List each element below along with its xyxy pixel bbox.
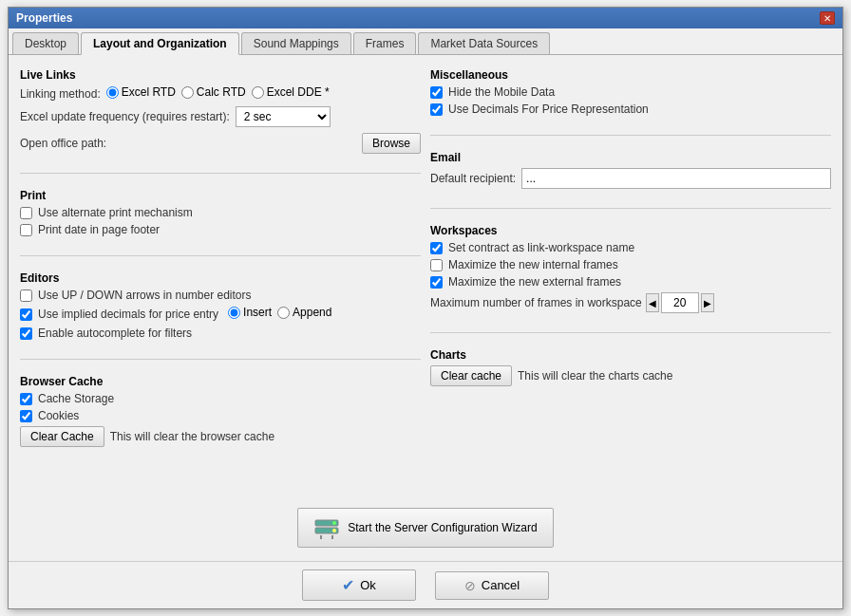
- max-frames-decrement[interactable]: ◀: [646, 293, 659, 312]
- use-decimals-checkbox[interactable]: [430, 103, 443, 116]
- charts-title: Charts: [430, 348, 831, 362]
- max-frames-increment[interactable]: ▶: [701, 293, 714, 312]
- tab-frames[interactable]: Frames: [353, 32, 417, 54]
- ok-checkmark-icon: ✔: [342, 576, 354, 594]
- email-title: Email: [430, 151, 831, 164]
- enable-autocomplete-checkbox[interactable]: [20, 327, 32, 340]
- max-frames-label: Maximum number of frames in workspace: [430, 296, 642, 309]
- use-alternate-checkbox[interactable]: [20, 207, 32, 219]
- tab-bar: Desktop Layout and Organization Sound Ma…: [9, 28, 842, 55]
- cookies-label: Cookies: [38, 409, 79, 422]
- linking-method-label: Linking method:: [20, 87, 101, 101]
- default-recipient-input[interactable]: [521, 168, 831, 189]
- cancel-icon: ⊘: [464, 578, 476, 593]
- ok-button[interactable]: ✔ Ok: [302, 569, 416, 601]
- cancel-button[interactable]: ⊘ Cancel: [435, 571, 549, 600]
- print-date-label: Print date in page footer: [38, 223, 160, 236]
- excel-rtd-label: Excel RTD: [122, 85, 176, 99]
- hide-mobile-checkbox[interactable]: [430, 86, 443, 99]
- excel-update-label: Excel update frequency (requires restart…: [20, 110, 230, 123]
- insert-option[interactable]: Insert: [228, 306, 272, 319]
- use-implied-label: Use implied decimals for price entry: [38, 308, 218, 321]
- max-frames-input[interactable]: [661, 292, 699, 313]
- enable-autocomplete-label: Enable autocomplete for filters: [38, 327, 192, 340]
- browser-cache-title: Browser Cache: [20, 375, 421, 388]
- ok-label: Ok: [360, 578, 376, 592]
- tab-layout[interactable]: Layout and Organization: [81, 32, 239, 55]
- cookies-checkbox[interactable]: [20, 410, 32, 422]
- window-title: Properties: [16, 11, 72, 25]
- tab-market[interactable]: Market Data Sources: [418, 32, 550, 54]
- server-wizard-button[interactable]: Start the Server Configuration Wizard: [297, 508, 553, 548]
- cache-storage-label: Cache Storage: [38, 392, 114, 405]
- clear-cache-button[interactable]: Clear Cache: [20, 426, 104, 447]
- browse-button[interactable]: Browse: [362, 133, 421, 154]
- svg-point-1: [332, 521, 336, 525]
- excel-dde-option[interactable]: Excel DDE *: [252, 85, 330, 99]
- append-label: Append: [293, 306, 331, 319]
- insert-label: Insert: [243, 306, 272, 319]
- clear-charts-button[interactable]: Clear cache: [430, 365, 512, 386]
- svg-point-3: [332, 529, 336, 532]
- excel-update-select[interactable]: 1 sec 2 sec 5 sec 10 sec: [236, 106, 331, 127]
- live-links-title: Live Links: [20, 68, 421, 82]
- use-decimals-label: Use Decimals For Price Representation: [448, 103, 649, 116]
- footer-bar: ✔ Ok ⊘ Cancel: [9, 561, 842, 608]
- append-option[interactable]: Append: [277, 306, 331, 319]
- maximize-internal-checkbox[interactable]: [430, 259, 443, 271]
- calc-rtd-label: Calc RTD: [197, 85, 246, 99]
- tab-desktop[interactable]: Desktop: [12, 32, 79, 54]
- maximize-internal-label: Maximize the new internal frames: [448, 258, 618, 271]
- server-icon: [313, 514, 340, 541]
- maximize-external-checkbox[interactable]: [430, 276, 443, 289]
- excel-dde-label: Excel DDE *: [267, 85, 330, 99]
- print-date-checkbox[interactable]: [20, 224, 32, 236]
- calc-rtd-option[interactable]: Calc RTD: [181, 85, 246, 99]
- use-up-down-checkbox[interactable]: [20, 289, 32, 302]
- use-up-down-label: Use UP / DOWN arrows in number editors: [38, 289, 252, 302]
- set-contract-checkbox[interactable]: [430, 242, 443, 254]
- cache-storage-checkbox[interactable]: [20, 393, 32, 405]
- set-contract-label: Set contract as link-workspace name: [448, 241, 634, 254]
- print-title: Print: [20, 189, 421, 202]
- maximize-external-label: Maximize the new external frames: [448, 275, 621, 289]
- tab-sound[interactable]: Sound Mappings: [241, 32, 351, 54]
- clear-charts-desc: This will clear the charts cache: [518, 369, 672, 383]
- use-implied-checkbox[interactable]: [20, 308, 32, 321]
- default-recipient-label: Default recipient:: [430, 172, 516, 185]
- server-wizard-label: Start the Server Configuration Wizard: [348, 521, 537, 534]
- clear-cache-desc: This will clear the browser cache: [110, 430, 274, 443]
- workspaces-title: Workspaces: [430, 224, 831, 237]
- open-office-label: Open office path:: [20, 137, 356, 150]
- hide-mobile-label: Hide the Mobile Data: [448, 85, 555, 99]
- close-button[interactable]: ✕: [820, 11, 835, 25]
- editors-title: Editors: [20, 271, 421, 285]
- excel-rtd-option[interactable]: Excel RTD: [106, 85, 176, 99]
- cancel-label: Cancel: [482, 578, 520, 592]
- misc-title: Miscellaneous: [430, 68, 831, 82]
- use-alternate-label: Use alternate print mechanism: [38, 206, 193, 219]
